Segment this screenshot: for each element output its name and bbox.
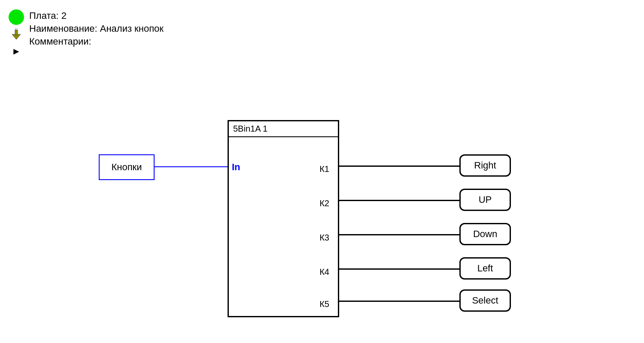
- header-text: Плата: 2 Наименование: Анализ кнопок Ком…: [29, 9, 164, 47]
- header: 01 10 01 ► Плата: 2 Наименование: Анализ…: [9, 9, 164, 59]
- up-button-label: UP: [479, 194, 492, 205]
- name-label: Наименование: Анализ кнопок: [29, 23, 164, 34]
- knopki-box: Кнопки: [99, 154, 155, 180]
- k2-line: [339, 200, 459, 201]
- k3-line: [339, 234, 459, 235]
- knopki-label: Кнопки: [111, 162, 142, 173]
- down-button-label: Down: [473, 229, 497, 240]
- select-button[interactable]: Select: [459, 289, 511, 312]
- k5-line: [339, 301, 459, 302]
- k4-label: К4: [319, 267, 329, 277]
- down-button[interactable]: Down: [459, 223, 511, 245]
- right-button-label: Right: [474, 160, 496, 171]
- arrow-right-icon: ►: [9, 44, 24, 59]
- up-button[interactable]: UP: [459, 189, 511, 211]
- k5-label: К5: [319, 299, 329, 309]
- select-button-label: Select: [472, 295, 498, 306]
- knopki-to-in-line: [155, 166, 228, 167]
- plate-label: Плата: 2: [29, 10, 164, 21]
- comment-label: Комментарии:: [29, 36, 164, 47]
- k4-line: [339, 268, 459, 270]
- main-block: 5Bin1A 1 К1 К2 К3 К4 К5: [228, 120, 339, 317]
- svg-rect-4: [15, 30, 18, 35]
- diagram: Кнопки 5Bin1A 1 К1 К2 К3 К4 К5 In Right …: [43, 94, 601, 334]
- k1-label: К1: [319, 164, 329, 174]
- download-icon: 01 10 01: [9, 27, 24, 42]
- in-label: In: [232, 162, 240, 173]
- k1-line: [339, 165, 459, 167]
- main-block-title: 5Bin1A 1: [229, 121, 338, 137]
- k2-label: К2: [319, 199, 329, 208]
- icons-column: 01 10 01 ►: [9, 9, 24, 59]
- left-button[interactable]: Left: [459, 257, 511, 280]
- green-circle-icon: [9, 9, 24, 25]
- right-button[interactable]: Right: [459, 154, 511, 177]
- k3-label: К3: [319, 233, 329, 243]
- left-button-label: Left: [477, 263, 493, 274]
